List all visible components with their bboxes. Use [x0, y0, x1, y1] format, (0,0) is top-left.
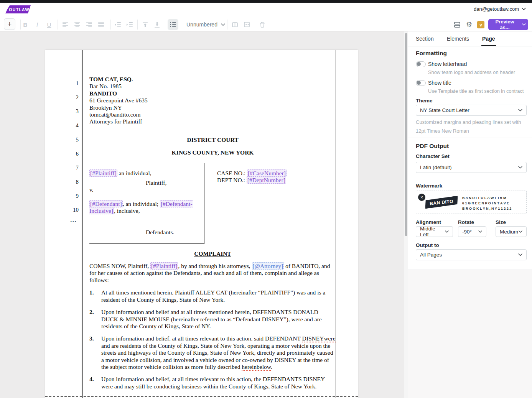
list-format-button[interactable] — [168, 19, 178, 30]
theme-select[interactable]: NY State Court Letter — [416, 105, 527, 116]
intro-text: , by and through his attorneys, — [178, 263, 252, 269]
remove-watermark-button[interactable]: × — [418, 194, 425, 201]
insert-section-button[interactable]: + — [4, 18, 15, 30]
line-number: 10 — [45, 207, 79, 213]
defendant-token[interactable]: [#Defendant] — [89, 200, 123, 207]
attorney-role: Attorneys for Plaintiff — [89, 118, 336, 125]
paragraph-text: Upon information and belief and at all t… — [101, 309, 322, 329]
numbered-paragraph-3[interactable]: 3.Upon information and belief, at all ti… — [89, 335, 336, 370]
show-letterhead-desc: Show team logo and address on header — [428, 69, 515, 75]
intro-text: COMES NOW, Plaintiff, — [89, 263, 150, 269]
watermark-line: B R O O K L Y N , N Y 1 1 2 2 2 — [462, 206, 511, 211]
pleading-page[interactable]: 1 2 3 4 5 6 7 8 9 10 ... TOM CAT, ESQ. B… — [45, 50, 358, 398]
preview-as-label: Preview as... — [491, 19, 519, 30]
line-number: 1 — [45, 80, 79, 87]
dept-number-line: DEPT NO.: [#DeptNumber] — [217, 177, 287, 184]
chevron-down-icon — [445, 230, 449, 233]
plaintiff-line: [#Plaintiff] an individual, — [89, 170, 204, 177]
outdent-icon[interactable] — [114, 21, 121, 28]
bold-button[interactable]: B — [21, 20, 30, 29]
list-style-dropdown[interactable]: Unnumbered — [185, 20, 227, 29]
chevron-down-icon — [522, 23, 526, 26]
complaint-title: COMPLAINT — [89, 250, 336, 257]
preview-as-button[interactable]: Preview as... — [488, 19, 528, 30]
app-header: OUTLAW dan@getoutlaw.com — [0, 3, 532, 17]
rotate-select[interactable]: -90° — [458, 226, 486, 237]
chevron-down-icon — [518, 109, 522, 112]
size-label: Size — [496, 219, 506, 225]
show-title-toggle[interactable] — [416, 80, 426, 86]
indent-icon[interactable] — [126, 21, 133, 28]
move-to-top-icon[interactable] — [142, 21, 148, 28]
scrollbar-thumb[interactable] — [405, 33, 407, 236]
align-right-icon[interactable] — [86, 21, 93, 28]
line-number: 3 — [45, 108, 79, 115]
chevron-down-icon — [522, 8, 526, 10]
pdf-output-heading: PDF Output — [416, 143, 449, 150]
columns-icon[interactable] — [231, 21, 238, 28]
list-style-value: Unnumbered — [186, 21, 217, 28]
caption-case-numbers: CASE NO.: [#CaseNumber] DEPT NO.: [#Dept… — [204, 163, 287, 244]
pleading-rule-left-inner — [82, 50, 83, 398]
section-break-indicator — [45, 396, 358, 397]
paragraph-text: . — [271, 363, 272, 370]
account-menu[interactable]: dan@getoutlaw.com — [474, 6, 526, 12]
window-chrome-strip — [0, 0, 532, 3]
underline-button[interactable]: U — [44, 20, 54, 29]
case-number-token[interactable]: [#CaseNumber] — [247, 169, 287, 177]
rotate-value: -90° — [462, 229, 472, 235]
numbered-paragraph-1[interactable]: 1. At all times mentioned herein, Plaint… — [89, 289, 336, 303]
defendant-line: [#Defendant], an individual; [#Defendant… — [89, 201, 204, 215]
align-left-icon[interactable] — [62, 21, 69, 28]
trash-icon[interactable] — [259, 21, 266, 28]
line-number: 7 — [45, 164, 79, 171]
move-to-bottom-icon[interactable] — [153, 21, 160, 28]
size-value: Medium — [500, 229, 518, 235]
show-letterhead-toggle[interactable] — [416, 61, 426, 67]
alignment-select[interactable]: Middle Left — [416, 226, 453, 237]
defendant-mid-text: , an individual; — [123, 201, 160, 207]
output-to-select[interactable]: All Pages — [416, 249, 527, 260]
alignment-label: Alignment — [416, 219, 441, 225]
line-number: 8 — [45, 179, 79, 185]
paragraph-text: and are residents of the County of Kings… — [101, 342, 333, 370]
document-content[interactable]: TOM CAT, ESQ. Bar No. 1985 BANDITO 61 Gr… — [89, 76, 336, 390]
show-letterhead-label: Show letterhead — [428, 61, 467, 67]
line-number: 6 — [45, 151, 79, 157]
align-justify-icon[interactable] — [98, 21, 105, 28]
line-number: 4 — [45, 122, 79, 129]
attorney-token[interactable]: [@Attorney] — [252, 262, 284, 270]
attorney-name: TOM CAT, ESQ. — [89, 76, 336, 83]
numbered-paragraph-2[interactable]: 2. Upon information and belief and at al… — [89, 309, 336, 330]
plaintiff-suffix: an individual, — [117, 170, 152, 176]
character-set-select[interactable]: Latin (default) — [416, 162, 527, 173]
editor-toolbar: + B I U — [0, 17, 532, 31]
watermark-label: Watermark — [416, 183, 442, 189]
tab-page[interactable]: Page — [481, 31, 496, 46]
letterhead-layout-icon[interactable] — [454, 21, 461, 28]
output-to-label: Output to — [416, 242, 439, 248]
numbered-paragraph-4[interactable]: 4. Upon information and belief, at all t… — [89, 376, 336, 390]
alignment-value: Middle Left — [420, 226, 445, 237]
brand-label: OUTLAW — [9, 7, 29, 12]
rotate-label: Rotate — [458, 219, 474, 225]
plaintiff-token[interactable]: [#Plaintiff] — [150, 262, 178, 270]
outlaw-logo[interactable]: OUTLAW — [5, 5, 31, 13]
tab-elements[interactable]: Elements — [446, 31, 470, 46]
tab-section[interactable]: Section — [415, 31, 435, 46]
show-title-desc: Use Template title as first section in c… — [428, 88, 524, 94]
plaintiff-token[interactable]: [#Plaintiff] — [89, 169, 117, 177]
vertical-scrollbar[interactable] — [404, 31, 408, 398]
intro-paragraph[interactable]: COMES NOW, Plaintiff, [#Plaintiff], by a… — [89, 263, 336, 284]
line-number: 2 — [45, 94, 79, 101]
align-center-icon[interactable] — [74, 21, 81, 28]
gear-icon[interactable]: ⚙ — [464, 20, 474, 29]
pleading-rule-left-outer — [81, 50, 81, 398]
page-break-icon[interactable] — [243, 21, 250, 28]
italic-button[interactable]: I — [33, 20, 42, 29]
size-select[interactable]: Medium — [496, 226, 527, 237]
character-set-label: Character Set — [416, 153, 450, 159]
version-badge-icon[interactable]: v — [477, 21, 484, 28]
output-to-value: All Pages — [420, 252, 442, 258]
dept-number-token[interactable]: [#DeptNumber] — [247, 176, 286, 184]
